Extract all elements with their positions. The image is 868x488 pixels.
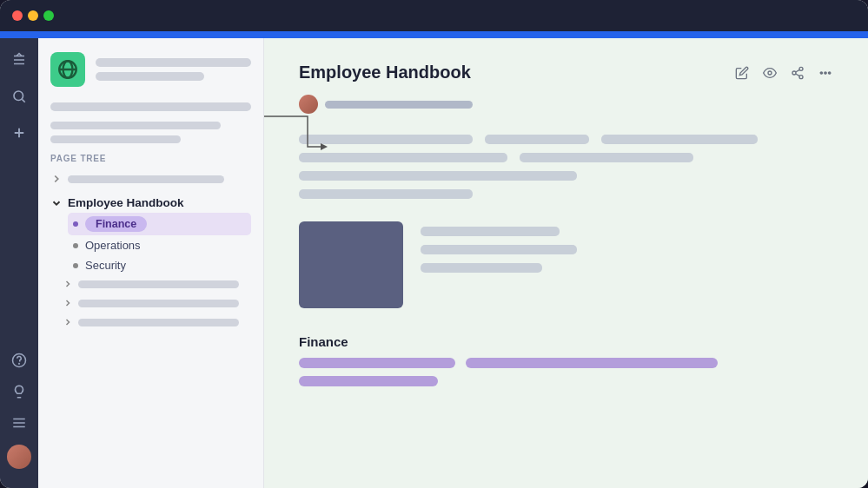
finance-section-title: Finance <box>299 334 833 349</box>
view-icon[interactable] <box>762 65 778 81</box>
image-text-lines <box>421 221 577 273</box>
app-body: PAGE TREE Emplo <box>0 38 868 488</box>
svg-point-15 <box>792 71 796 75</box>
page-header: Employee Handbook <box>299 63 833 82</box>
svg-line-1 <box>22 99 24 102</box>
image-placeholder <box>299 221 403 308</box>
content-bar-2b <box>520 153 693 162</box>
maximize-button[interactable] <box>43 10 54 21</box>
close-button[interactable] <box>12 10 23 21</box>
main-content: Employee Handbook <box>264 38 868 488</box>
titlebar <box>0 0 868 31</box>
space-icon[interactable] <box>50 52 85 87</box>
finance-row-2 <box>299 376 833 386</box>
page-actions <box>734 65 833 81</box>
sidebar-header <box>38 38 263 96</box>
content-row-1 <box>299 135 833 144</box>
minimize-button[interactable] <box>28 10 38 21</box>
tree-collapsed-b[interactable] <box>63 298 239 308</box>
share-icon[interactable] <box>790 65 805 81</box>
svg-point-16 <box>799 75 803 78</box>
img-text-bar-2 <box>421 245 577 254</box>
space-name-bar-2 <box>96 72 204 81</box>
finance-pill-label: Finance <box>85 216 147 232</box>
page-tree-collapsed-item[interactable] <box>50 170 251 188</box>
sidebar-search-bar <box>50 102 251 111</box>
finance-bar-1a <box>299 358 455 368</box>
image-text-block <box>299 221 833 308</box>
author-avatar <box>299 95 318 114</box>
icon-nav <box>0 38 38 488</box>
bullet-security <box>73 263 78 268</box>
page-tree-section: PAGE TREE Emplo <box>38 150 263 338</box>
employee-handbook-row[interactable]: Employee Handbook <box>50 193 251 213</box>
content-row-3 <box>299 171 833 181</box>
sidebar-main-wrapper: PAGE TREE Emplo <box>38 38 868 488</box>
author-row <box>299 95 833 114</box>
traffic-lights <box>12 10 54 21</box>
svg-line-18 <box>796 69 800 72</box>
sidebar-top-links <box>38 118 263 150</box>
user-avatar-nav[interactable] <box>7 445 31 469</box>
sidebar-item-security[interactable]: Security <box>68 255 251 275</box>
logo-icon[interactable] <box>10 50 29 69</box>
bullet-finance <box>73 221 78 227</box>
content-bar-1a <box>299 135 473 144</box>
tree-item-bar <box>68 175 224 183</box>
finance-bar-1b <box>466 358 718 368</box>
tree-collapsed-a[interactable] <box>63 279 239 289</box>
img-text-bar-1 <box>421 227 560 236</box>
svg-point-14 <box>799 67 803 70</box>
employee-handbook-tree-section: Employee Handbook Finance <box>50 193 251 275</box>
page-title: Employee Handbook <box>299 63 471 82</box>
help-icon[interactable] <box>10 351 29 370</box>
tree-bar-b <box>78 300 239 307</box>
search-icon[interactable] <box>10 87 29 106</box>
svg-point-19 <box>820 72 822 74</box>
svg-point-13 <box>768 71 772 75</box>
svg-line-17 <box>796 74 800 76</box>
more-icon[interactable] <box>818 65 833 81</box>
svg-point-5 <box>19 363 20 364</box>
operations-label: Operations <box>85 239 141 252</box>
content-row-2 <box>299 153 833 162</box>
content-row-4 <box>299 189 833 199</box>
content-bar-4a <box>299 189 473 199</box>
img-text-bar-3 <box>421 263 542 273</box>
sidebar-search-area <box>38 96 263 118</box>
finance-bars <box>299 358 833 386</box>
sidebar-link-bar-2 <box>50 135 181 143</box>
sidebar-item-finance[interactable]: Finance <box>68 213 251 235</box>
accent-bar <box>0 31 868 38</box>
content-bar-1b <box>485 135 589 144</box>
tree-bar-a <box>78 280 239 288</box>
content-block-1 <box>299 135 833 199</box>
sidebar-link-bar-1 <box>50 122 221 129</box>
page-tree-children: Finance Operations Security <box>50 213 251 275</box>
app-window: PAGE TREE Emplo <box>0 0 868 488</box>
author-name-bar <box>325 101 473 109</box>
employee-handbook-label: Employee Handbook <box>68 196 184 209</box>
space-name-bars <box>96 58 251 81</box>
content-bar-2a <box>299 153 507 162</box>
tree-bar-c <box>78 319 239 326</box>
security-label: Security <box>85 259 126 272</box>
finance-row-1 <box>299 358 833 368</box>
finance-section: Finance <box>299 334 833 386</box>
menu-icon[interactable] <box>10 413 29 432</box>
svg-point-21 <box>829 72 831 74</box>
content-bar-1c <box>601 135 758 144</box>
sidebar: PAGE TREE Emplo <box>38 38 264 488</box>
space-name-bar-1 <box>96 58 251 67</box>
sidebar-item-operations[interactable]: Operations <box>68 235 251 255</box>
lightbulb-icon[interactable] <box>10 382 29 401</box>
add-icon[interactable] <box>10 123 29 142</box>
svg-point-20 <box>825 72 826 74</box>
finance-bar-2a <box>299 376 438 386</box>
sidebar-tree-other <box>50 275 251 331</box>
page-tree-label: PAGE TREE <box>50 154 251 163</box>
bullet-operations <box>73 243 78 248</box>
tree-collapsed-c[interactable] <box>63 317 239 327</box>
edit-icon[interactable] <box>734 65 750 81</box>
svg-point-0 <box>14 91 23 101</box>
